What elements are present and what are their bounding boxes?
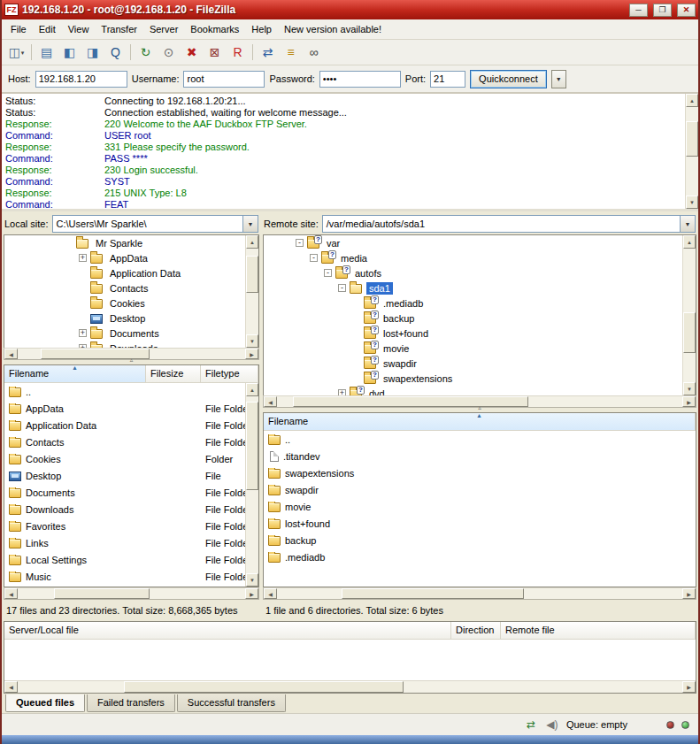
tab-failed-transfers[interactable]: Failed transfers	[87, 694, 175, 712]
menu-help[interactable]: Help	[245, 20, 278, 38]
scrollbar-thumb[interactable]	[683, 312, 696, 352]
column-header-filesize[interactable]: Filesize	[146, 365, 201, 382]
local-file-row[interactable]: Favorites File Folder	[4, 518, 258, 534]
scroll-right-icon[interactable]: ▶	[245, 349, 258, 359]
process-queue-button[interactable]: ⊙	[158, 42, 180, 63]
quickconnect-button[interactable]: Quickconnect	[470, 70, 547, 88]
tree-expander-icon[interactable]	[79, 254, 87, 262]
scroll-down-icon[interactable]: ▼	[246, 334, 258, 348]
remote-tree-row[interactable]: swapdir	[264, 356, 696, 371]
tree-expander-icon[interactable]	[352, 299, 360, 307]
remote-file-row[interactable]: swapextensions	[264, 464, 696, 481]
tree-expander-icon[interactable]	[79, 314, 87, 322]
local-file-row[interactable]: Contacts File Folder	[4, 433, 258, 450]
menu-transfer[interactable]: Transfer	[95, 20, 143, 38]
tree-expander-icon[interactable]	[65, 239, 73, 247]
local-tree-row[interactable]: Application Data	[4, 265, 258, 280]
local-site-combobox[interactable]: C:\Users\Mr Sparkle\ ▼	[52, 215, 258, 233]
remote-file-row[interactable]: swapdir	[264, 481, 696, 498]
directory-comparison-indicator-icon[interactable]: ⇄	[524, 717, 538, 732]
scroll-right-icon[interactable]: ▶	[682, 681, 696, 693]
speaker-icon[interactable]: ◀)	[545, 717, 559, 732]
tree-expander-icon[interactable]	[338, 284, 346, 292]
local-file-row[interactable]: Documents File Folder	[4, 484, 258, 501]
local-file-row[interactable]: Application Data File Folder	[4, 417, 258, 433]
scroll-right-icon[interactable]: ▶	[682, 588, 696, 599]
remote-tree-row[interactable]: .mediadb	[264, 295, 696, 311]
remote-site-combobox[interactable]: /var/media/autofs/sda1 ▼	[322, 215, 696, 233]
message-log-scrollbar[interactable]: ▲ ▼	[685, 94, 698, 209]
remote-file-row[interactable]: ..	[264, 431, 696, 448]
remote-tree-row[interactable]: media	[264, 250, 696, 265]
column-header-filetype[interactable]: Filetype	[201, 365, 258, 382]
tree-expander-icon[interactable]	[352, 374, 360, 382]
scroll-up-icon[interactable]: ▲	[686, 94, 698, 107]
disconnect-button[interactable]: ⊠	[204, 42, 226, 63]
synchronized-browsing-button[interactable]: ≡	[280, 42, 302, 63]
local-list-hscrollbar[interactable]: ◀ ▶	[4, 587, 259, 600]
site-manager-button[interactable]: ◫	[5, 42, 27, 63]
scroll-down-icon[interactable]: ▼	[686, 196, 698, 209]
remote-tree-row[interactable]: swapextensions	[264, 371, 696, 386]
host-input[interactable]	[35, 71, 127, 88]
local-file-row[interactable]: Cookies Folder	[4, 450, 258, 467]
tree-expander-icon[interactable]	[310, 254, 318, 262]
column-header-remote-file[interactable]: Remote file	[501, 622, 696, 639]
local-tree-row[interactable]: AppData	[4, 250, 258, 265]
refresh-button[interactable]: ↻	[135, 42, 157, 63]
scroll-up-icon[interactable]: ▲	[246, 235, 258, 249]
menu-server[interactable]: Server	[143, 20, 184, 38]
remote-tree-row[interactable]: autofs	[264, 265, 696, 280]
local-tree-vscrollbar[interactable]: ▲ ▼	[245, 235, 258, 348]
scroll-down-icon[interactable]: ▼	[683, 382, 696, 395]
tree-expander-icon[interactable]	[352, 314, 360, 322]
remote-tree-row[interactable]: backup	[264, 311, 696, 326]
column-header-filename[interactable]: ▲Filename	[264, 413, 696, 430]
toggle-local-tree-button[interactable]: ◧	[58, 42, 81, 63]
column-header-filename[interactable]: ▲Filename	[4, 365, 146, 382]
tree-expander-icon[interactable]	[352, 329, 360, 337]
scrollbar-thumb[interactable]	[342, 588, 524, 599]
separator[interactable]	[250, 42, 256, 63]
close-button[interactable]: ✕	[677, 4, 696, 17]
menu-edit[interactable]: Edit	[33, 20, 62, 38]
scroll-left-icon[interactable]: ◀	[4, 681, 18, 693]
maximize-button[interactable]: ❐	[653, 4, 672, 17]
remote-list-hscrollbar[interactable]: ◀ ▶	[263, 587, 696, 600]
port-input[interactable]	[430, 71, 465, 88]
column-header-server-local-file[interactable]: Server/Local file	[4, 622, 451, 639]
scrollbar-thumb[interactable]	[124, 681, 403, 693]
menu-file[interactable]: File	[4, 20, 33, 38]
tree-expander-icon[interactable]	[79, 329, 87, 337]
local-file-row[interactable]: Downloads File Folder	[4, 501, 258, 518]
scroll-left-icon[interactable]: ◀	[264, 396, 277, 407]
local-file-row[interactable]: Local Settings File Folder	[4, 551, 258, 568]
local-pane-splitter[interactable]	[4, 360, 259, 364]
scroll-down-icon[interactable]: ▼	[246, 573, 258, 587]
tree-expander-icon[interactable]	[338, 389, 346, 395]
local-file-row[interactable]: Music File Folder	[4, 568, 258, 585]
local-tree-row[interactable]: Downloads	[4, 341, 258, 348]
remote-file-row[interactable]: backup	[264, 532, 696, 548]
scrollbar-thumb[interactable]	[686, 121, 698, 157]
chevron-down-icon[interactable]: ▼	[680, 216, 695, 232]
find-files-button[interactable]: ∞	[303, 42, 325, 63]
scroll-up-icon[interactable]: ▲	[683, 235, 696, 249]
toggle-message-log-button[interactable]: ▤	[35, 42, 58, 63]
remote-tree-row[interactable]: lost+found	[264, 326, 696, 341]
toggle-queue-button[interactable]: Q	[104, 42, 127, 63]
username-input[interactable]	[183, 71, 265, 88]
tree-expander-icon[interactable]	[79, 299, 87, 307]
column-header-direction[interactable]: Direction	[451, 622, 501, 639]
scrollbar-thumb[interactable]	[293, 396, 528, 407]
tab-successful-transfers[interactable]: Successful transfers	[177, 694, 286, 712]
local-tree-row[interactable]: Desktop	[4, 311, 258, 326]
password-input[interactable]	[319, 71, 401, 88]
menu-bookmarks[interactable]: Bookmarks	[184, 20, 245, 38]
remote-file-row[interactable]: lost+found	[264, 515, 696, 532]
remote-tree-row[interactable]: sda1	[264, 280, 696, 295]
new-version-notice[interactable]: New version available!	[278, 20, 388, 38]
minimize-button[interactable]: ─	[629, 4, 648, 17]
remote-tree-vscrollbar[interactable]: ▲ ▼	[682, 235, 696, 395]
scroll-up-icon[interactable]: ▲	[246, 383, 258, 396]
